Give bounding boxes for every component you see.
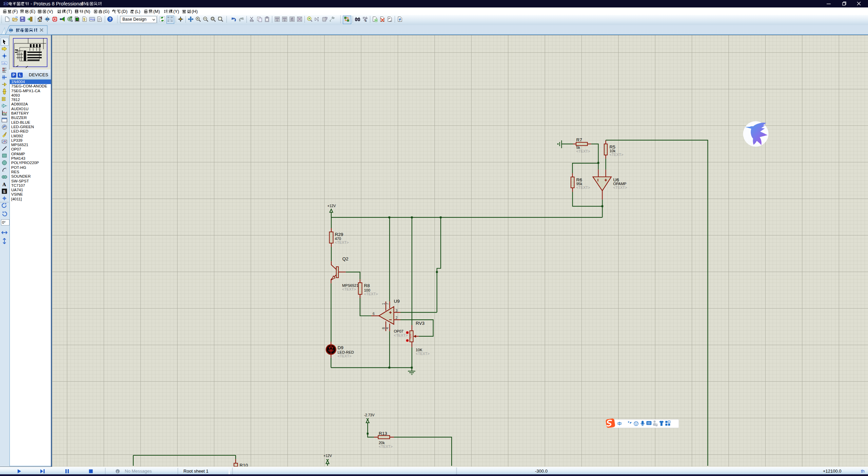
svg-text:-2.73V: -2.73V [364, 413, 375, 417]
svg-text:<TEXT>: <TEXT> [610, 153, 624, 157]
svg-text:D9: D9 [338, 345, 343, 350]
svg-text:?: ? [109, 17, 111, 22]
svg-text:<TEXT>: <TEXT> [364, 292, 378, 296]
svg-text:7: 7 [385, 303, 389, 305]
svg-text:<TEXT>: <TEXT> [335, 240, 349, 244]
svg-text:<TEXT>: <TEXT> [416, 352, 430, 356]
svg-text:g: g [656, 424, 657, 426]
svg-text:8: 8 [381, 327, 386, 329]
svg-text:<TEXT>: <TEXT> [576, 185, 590, 190]
svg-text:R10: R10 [240, 463, 248, 467]
svg-text:6: 6 [373, 312, 375, 316]
svg-text:OP07: OP07 [394, 329, 403, 333]
svg-text:<TEXT>: <TEXT> [394, 333, 408, 337]
svg-text:RV3: RV3 [416, 321, 425, 326]
svg-text:1: 1 [381, 303, 386, 305]
svg-text:<TEXT>: <TEXT> [342, 287, 356, 291]
svg-text:+12V: +12V [328, 204, 336, 208]
svg-text:<TEXT>: <TEXT> [613, 185, 627, 190]
svg-text:U9: U9 [394, 299, 400, 304]
svg-text:S: S [3, 190, 5, 194]
svg-text:R29: R29 [335, 232, 343, 237]
svg-text:MPS6521: MPS6521 [342, 283, 358, 287]
svg-text:<TEXT>: <TEXT> [576, 149, 590, 153]
svg-text:A: A [365, 19, 367, 22]
svg-text:4: 4 [385, 327, 389, 329]
svg-text:+12V: +12V [323, 454, 332, 458]
svg-text:42%: 42% [409, 334, 412, 339]
svg-text:R7: R7 [576, 137, 582, 142]
svg-text:A: A [2, 182, 6, 187]
svg-text:<TEXT>: <TEXT> [338, 354, 352, 358]
svg-text:LBL: LBL [2, 62, 6, 64]
svg-text:Q2: Q2 [342, 256, 349, 261]
svg-text:<TEXT>: <TEXT> [379, 444, 393, 449]
svg-text:$: $ [83, 18, 85, 21]
svg-text:2: 2 [396, 316, 398, 320]
svg-text:ww: ww [92, 18, 95, 21]
svg-text:R13: R13 [379, 431, 387, 436]
svg-text:R8: R8 [364, 283, 370, 288]
svg-text:470: 470 [335, 237, 341, 241]
svg-text:3: 3 [396, 309, 398, 313]
